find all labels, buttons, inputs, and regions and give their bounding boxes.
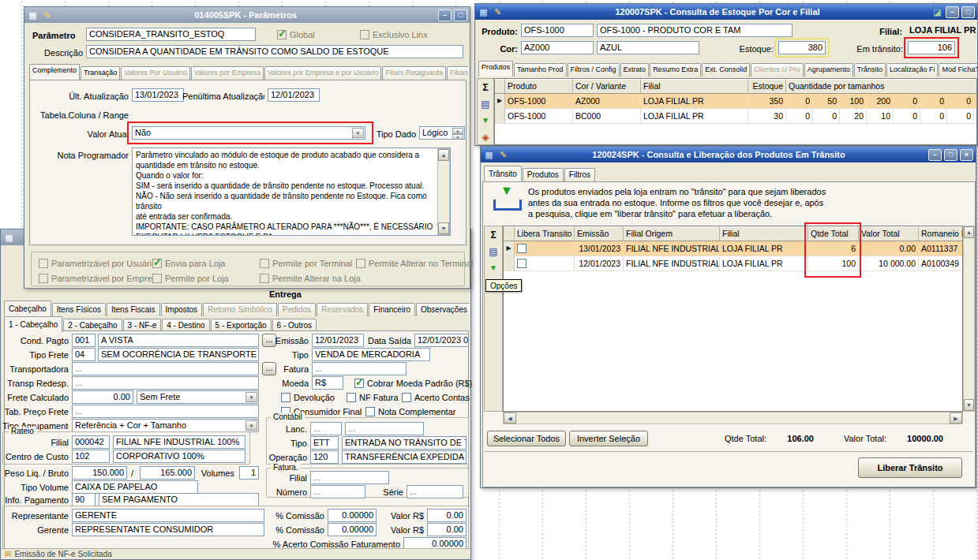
- comissao-field-1[interactable]: 0.00000: [328, 509, 377, 522]
- valor-rs-field-2[interactable]: 0.00: [427, 523, 467, 536]
- nf-fatura-checkbox[interactable]: NF Fatura: [347, 392, 399, 403]
- tab-filtros[interactable]: Filtros: [564, 168, 595, 181]
- devolucao-checkbox[interactable]: Devolução: [281, 392, 335, 403]
- cond-pagto-field[interactable]: A VISTA: [98, 334, 259, 347]
- minimize-button[interactable]: –: [438, 9, 452, 21]
- produto-desc-field[interactable]: OFS-1000 - PRODUTO COR E TAM: [597, 24, 793, 37]
- permite-terminal-checkbox[interactable]: Permite por Terminal: [260, 258, 352, 269]
- produto-cod-field[interactable]: OFS-1000: [521, 24, 594, 37]
- tab-tamanho-prod[interactable]: Tamanho Prod: [514, 63, 567, 77]
- tipo-agrupamento-dropdown[interactable]: Referência + Cor + Tamanho▼: [72, 419, 259, 432]
- green-arrow-icon[interactable]: ▼: [486, 262, 500, 274]
- transportadora-field[interactable]: ...: [72, 362, 259, 375]
- tipo-frete-field[interactable]: SEM OCORRÊNCIA DE TRANSPORTE: [98, 348, 259, 361]
- inverter-selecao-button[interactable]: Inverter Seleção: [569, 431, 648, 446]
- stock-row[interactable]: ▶ OFS-1000 AZ000 LOJA FILIAL PR 350 0 50…: [495, 94, 976, 109]
- gerente-field[interactable]: REPRESENTANTE CONSUMIDOR: [72, 523, 264, 536]
- transp-redesp-field[interactable]: ...: [72, 376, 259, 390]
- map-icon[interactable]: ◈: [478, 131, 493, 144]
- tab-transacao[interactable]: Transação: [81, 66, 120, 80]
- emissao-field[interactable]: 12/01/2023: [312, 334, 364, 347]
- representante-field[interactable]: GERENTE: [72, 509, 264, 522]
- tab-reservados[interactable]: Reservados: [317, 303, 368, 316]
- cor-desc-field[interactable]: AZUL: [597, 41, 699, 54]
- stock-row[interactable]: OFS-1000 BC000 LOJA FILIAL PR 30 0 0 20 …: [495, 109, 976, 124]
- tab-retorno-simbolico[interactable]: Retorno Simbólico: [203, 303, 277, 316]
- col-filial-origem[interactable]: Filial Origem: [624, 226, 720, 241]
- estoque-field[interactable]: 380: [778, 41, 826, 54]
- tab-produtos[interactable]: Produtos: [478, 61, 513, 77]
- moeda-field[interactable]: R$: [312, 376, 343, 390]
- chevron-down-icon[interactable]: ▼: [245, 392, 257, 402]
- tab-itens-fisicos[interactable]: Itens Físicos: [52, 303, 106, 316]
- col-romaneio[interactable]: Romaneio Pr: [919, 226, 963, 241]
- scroll-down-icon[interactable]: ▼: [964, 399, 974, 411]
- col-filial[interactable]: Filial: [720, 226, 808, 241]
- tab-extrato[interactable]: Extrato: [620, 63, 650, 77]
- maximize-button[interactable]: □: [944, 149, 957, 161]
- chevron-down-icon[interactable]: ▼: [352, 128, 364, 138]
- transit-row[interactable]: 12/01/2023 FILIAL NFE INDUSTRIAL LOJA FI…: [504, 256, 962, 271]
- operacao-field[interactable]: TRANSFERÊNCIA EXPEDIDA: [342, 450, 467, 464]
- tab-resumo-extra[interactable]: Resumo Extra: [650, 63, 701, 77]
- scroll-left-icon[interactable]: ◀: [504, 413, 516, 424]
- descricao-field[interactable]: CONSIDERA A QUANTIDADE EM TRÂNSITO COMO …: [86, 45, 463, 58]
- tipo-dado-spinner[interactable]: Lógico▲▼: [419, 126, 465, 140]
- tab-financeiro[interactable]: Financeiro: [369, 303, 415, 316]
- tab-valores-empresa[interactable]: Valores por Empresa: [191, 66, 264, 80]
- tipo-field[interactable]: VENDA DE MERCADORIA: [312, 348, 430, 361]
- scroll-right-icon[interactable]: ▶: [950, 413, 962, 424]
- frete-calculado-field[interactable]: 0.00: [72, 390, 133, 404]
- fatura-filial-field[interactable]: ...: [310, 471, 389, 484]
- centro-custo-field[interactable]: CORPORATIVO 100%: [113, 450, 245, 463]
- ult-atualizacao-field[interactable]: 13/01/2023: [132, 88, 184, 102]
- minimize-button[interactable]: –: [928, 149, 942, 161]
- chevron-down-icon[interactable]: ▼: [245, 420, 257, 431]
- selecionar-todos-button[interactable]: Selecionar Todos: [487, 431, 566, 446]
- em-transito-field[interactable]: 106: [908, 41, 955, 54]
- permite-por-loja-checkbox[interactable]: Permite por Loja: [152, 273, 229, 284]
- export-icon[interactable]: ▤: [486, 245, 500, 258]
- close-button[interactable]: ×: [960, 149, 973, 161]
- tab-ext-consolid[interactable]: Ext. Consolid: [702, 63, 750, 77]
- tab-observacoes[interactable]: Observações: [416, 303, 470, 316]
- penultima-atualizacao-field[interactable]: 12/01/2023: [268, 88, 320, 102]
- tab-complemento[interactable]: Complemento: [29, 64, 80, 80]
- tab-pedidos[interactable]: Pedidos: [278, 303, 316, 316]
- liberar-transito-button[interactable]: Liberar Trânsito: [858, 457, 962, 478]
- envia-para-loja-checkbox[interactable]: Envia para Loja: [152, 258, 225, 269]
- maximize-button[interactable]: □: [454, 9, 467, 21]
- tab-cabecalho[interactable]: Cabeçalho: [4, 301, 51, 316]
- libera-checkbox[interactable]: [517, 244, 526, 253]
- peso-liq-field[interactable]: 150.000: [72, 466, 127, 480]
- permite-alterar-terminal-checkbox[interactable]: Permite Alterar no Terminal: [356, 258, 473, 269]
- volumes-field[interactable]: 1: [239, 466, 259, 480]
- comissao-field-2[interactable]: 0.00000: [328, 523, 377, 536]
- col-qtd-tamanhos[interactable]: Quantidade por tamanhos: [786, 79, 977, 94]
- valor-atual-dropdown[interactable]: Não▼: [132, 126, 365, 140]
- contabil-tipo-code-field[interactable]: ETT: [310, 436, 339, 450]
- cobrar-moeda-checkbox[interactable]: Cobrar Moeda Padrão (R$): [354, 378, 472, 389]
- maximize-button[interactable]: □: [961, 6, 975, 18]
- data-saida-field[interactable]: 12/01/2023 00:00:00: [414, 334, 469, 347]
- cor-cod-field[interactable]: AZ000: [521, 41, 594, 54]
- tab-valores-usuario[interactable]: Valores Por Usuário: [121, 66, 190, 80]
- numero-field[interactable]: ...: [310, 485, 365, 498]
- tab-transito[interactable]: Trânsito: [854, 63, 886, 77]
- nota-scrollbar[interactable]: ▲ ▼: [437, 148, 450, 235]
- centro-custo-code-field[interactable]: 102: [72, 450, 110, 463]
- tab-itens-fiscais[interactable]: Itens Fiscais: [107, 303, 160, 316]
- frete-tipo-dropdown[interactable]: Sem Frete▼: [137, 390, 259, 404]
- tab-mod-fichatec[interactable]: Mod FichaTec: [939, 63, 977, 77]
- scroll-down-icon[interactable]: ▼: [438, 222, 449, 234]
- estoque-titlebar[interactable]: ▦ ✎ 120007SPK - Consulta de Estoque Por …: [475, 4, 977, 20]
- tab-produtos[interactable]: Produtos: [523, 168, 564, 181]
- tipo-volume-field[interactable]: CAIXA DE PAPELAO: [72, 480, 198, 494]
- parametrizavel-usuario-checkbox[interactable]: Parametrizável por Usuário: [39, 258, 156, 269]
- lanc-field-1[interactable]: ...: [310, 422, 342, 435]
- col-emissao[interactable]: Emissão: [575, 226, 624, 241]
- minimize-button[interactable]: –: [946, 6, 959, 18]
- rateio-filial-field[interactable]: FILIAL NFE INDUSTRIAL 100%: [113, 435, 245, 449]
- sigma-icon[interactable]: Σ: [486, 229, 500, 241]
- green-arrow-icon[interactable]: ▼: [478, 114, 493, 127]
